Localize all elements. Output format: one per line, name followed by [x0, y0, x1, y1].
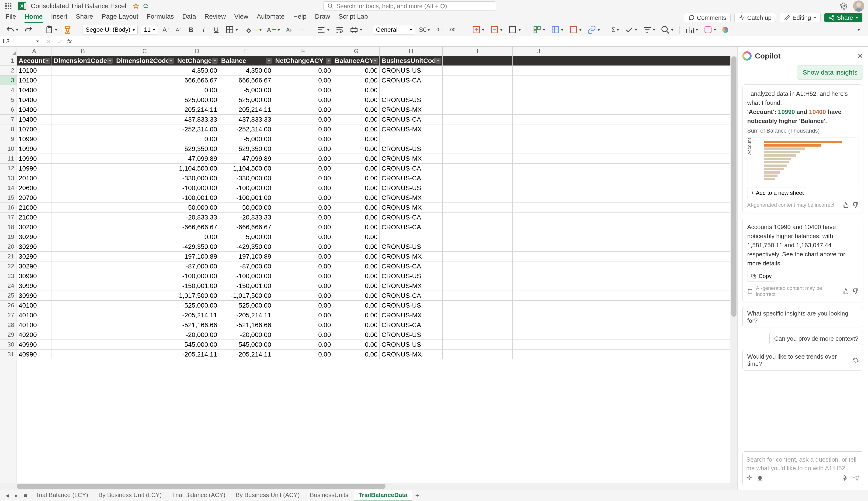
- cell[interactable]: -525,000.00: [219, 301, 273, 310]
- column-header-E[interactable]: E: [219, 46, 273, 56]
- cell[interactable]: 21000: [17, 213, 52, 222]
- cell[interactable]: 0.00: [333, 183, 380, 193]
- cell[interactable]: CRONUS-CA: [380, 291, 443, 300]
- cell[interactable]: [443, 330, 513, 340]
- cell[interactable]: [114, 262, 175, 271]
- row-header-24[interactable]: 24: [0, 281, 17, 291]
- star-icon[interactable]: [133, 3, 139, 9]
- cell[interactable]: 0.00: [333, 252, 380, 261]
- cell[interactable]: [52, 222, 114, 232]
- cell[interactable]: [443, 340, 513, 349]
- format-painter-button[interactable]: [62, 25, 73, 34]
- cell[interactable]: -50,000.00: [219, 203, 273, 212]
- cell[interactable]: [513, 66, 565, 75]
- cell[interactable]: CRONUS-MX: [380, 193, 443, 202]
- cell[interactable]: -205,214.11: [219, 350, 273, 359]
- row-header-1[interactable]: 1: [0, 56, 17, 66]
- cell[interactable]: [443, 95, 513, 105]
- ribbon-tab-data[interactable]: Data: [182, 13, 196, 23]
- cell[interactable]: CRONUS-CA: [380, 320, 443, 330]
- cell[interactable]: [443, 163, 513, 173]
- sheet-tab-businessunits[interactable]: BusinessUnits: [305, 490, 353, 501]
- cell[interactable]: [114, 183, 175, 193]
- filter-button-netchange[interactable]: [212, 58, 218, 64]
- cell[interactable]: [513, 105, 565, 115]
- cell[interactable]: [52, 173, 114, 183]
- cell[interactable]: [52, 340, 114, 349]
- cell[interactable]: 30290: [17, 232, 52, 242]
- more-font-button[interactable]: ⋯: [297, 25, 306, 34]
- cell[interactable]: [114, 163, 175, 173]
- cell[interactable]: -252,314.00: [175, 125, 219, 134]
- row-header-26[interactable]: 26: [0, 301, 17, 310]
- currency-button[interactable]: $€: [418, 25, 431, 34]
- column-header-D[interactable]: D: [175, 46, 219, 56]
- settings-icon[interactable]: [840, 2, 847, 10]
- row-header-5[interactable]: 5: [0, 95, 17, 105]
- search-box[interactable]: [323, 1, 496, 11]
- cell[interactable]: [114, 115, 175, 124]
- column-header-I[interactable]: I: [443, 46, 513, 56]
- cell[interactable]: 0.00: [273, 340, 333, 349]
- cell[interactable]: 0.00: [175, 134, 219, 144]
- borders-button[interactable]: [224, 25, 239, 34]
- copy-button[interactable]: Copy: [747, 271, 775, 281]
- cell[interactable]: 197,100.89: [175, 252, 219, 261]
- cell[interactable]: -252,314.00: [219, 125, 273, 134]
- cell[interactable]: 40200: [17, 330, 52, 340]
- cell[interactable]: [52, 291, 114, 300]
- cell[interactable]: 0.00: [333, 271, 380, 281]
- header-cell-dimension2code[interactable]: Dimension2Code: [114, 56, 175, 65]
- cell[interactable]: 40990: [17, 340, 52, 349]
- header-cell-account[interactable]: Account: [17, 56, 52, 65]
- cell[interactable]: 0.00: [273, 222, 333, 232]
- cell[interactable]: 20600: [17, 183, 52, 193]
- cell[interactable]: [513, 350, 565, 359]
- cell[interactable]: CRONUS-US: [380, 330, 443, 340]
- cell[interactable]: [513, 125, 565, 134]
- row-header-31[interactable]: 31: [0, 350, 17, 359]
- cell[interactable]: -150,001.00: [175, 281, 219, 290]
- row-header-22[interactable]: 22: [0, 262, 17, 271]
- cell[interactable]: -100,001.00: [175, 193, 219, 202]
- cell[interactable]: [513, 163, 565, 173]
- cell[interactable]: CRONUS-CA: [380, 213, 443, 222]
- row-header-20[interactable]: 20: [0, 242, 17, 252]
- cell[interactable]: CRONUS-MX: [380, 252, 443, 261]
- filter-button-account[interactable]: [44, 58, 50, 64]
- cell[interactable]: 666,666.67: [175, 75, 219, 85]
- cell[interactable]: 0.00: [273, 105, 333, 115]
- cell[interactable]: 30290: [17, 262, 52, 271]
- cell[interactable]: CRONUS-US: [380, 242, 443, 252]
- analyze-data-button[interactable]: [684, 25, 699, 34]
- column-header-C[interactable]: C: [114, 46, 175, 56]
- cell[interactable]: 0.00: [333, 340, 380, 349]
- cell[interactable]: CRONUS-MX: [380, 350, 443, 359]
- document-title[interactable]: Consolidated Trial Balance Excel: [31, 2, 126, 10]
- cell[interactable]: 10990: [17, 144, 52, 153]
- row-header-11[interactable]: 11: [0, 154, 17, 163]
- cell[interactable]: 197,100.89: [219, 252, 273, 261]
- cell[interactable]: CRONUS-MX: [380, 154, 443, 163]
- share-button[interactable]: Share: [824, 13, 862, 22]
- ribbon-tab-page-layout[interactable]: Page Layout: [102, 13, 138, 23]
- merge-button[interactable]: [348, 25, 363, 34]
- header-cell-businessunitcode[interactable]: BusinessUnitCode: [380, 56, 443, 65]
- cell[interactable]: 40100: [17, 310, 52, 320]
- cell[interactable]: -20,833.33: [175, 213, 219, 222]
- cell[interactable]: [114, 350, 175, 359]
- cell[interactable]: -545,000.00: [175, 340, 219, 349]
- cell[interactable]: 205,214.11: [175, 105, 219, 115]
- close-icon[interactable]: ✕: [857, 52, 863, 60]
- cell[interactable]: 40990: [17, 350, 52, 359]
- row-header-23[interactable]: 23: [0, 271, 17, 281]
- row-header-18[interactable]: 18: [0, 222, 17, 232]
- cell[interactable]: 5,000.00: [219, 232, 273, 242]
- cell[interactable]: 30990: [17, 281, 52, 290]
- cell[interactable]: 0.00: [333, 66, 380, 75]
- cell[interactable]: -330,000.00: [175, 173, 219, 183]
- cell[interactable]: CRONUS-MX: [380, 281, 443, 290]
- cell[interactable]: [513, 291, 565, 300]
- cell[interactable]: [443, 115, 513, 124]
- hscroll-thumb[interactable]: [17, 484, 386, 489]
